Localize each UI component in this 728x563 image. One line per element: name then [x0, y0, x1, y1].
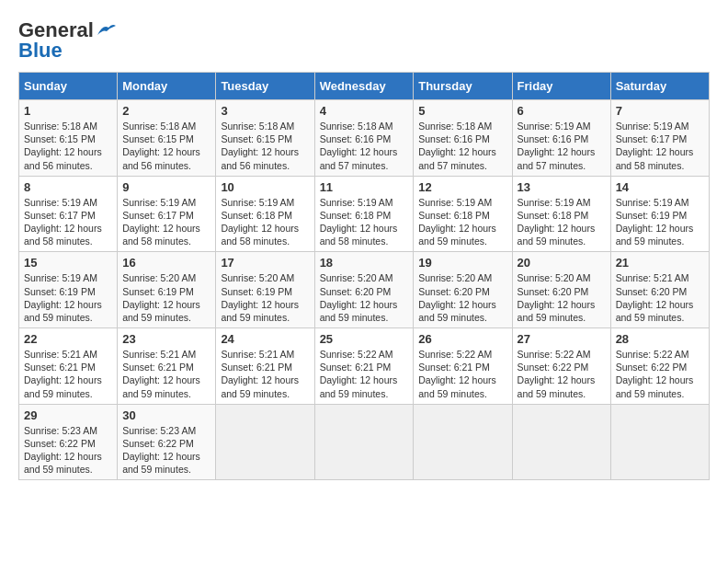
day-number: 25 [320, 332, 409, 346]
sunrise-label: Sunrise: 5:20 AM [518, 272, 591, 283]
sunset-label: Sunset: 6:17 PM [122, 210, 194, 221]
sunset-label: Sunset: 6:15 PM [221, 133, 292, 144]
calendar-cell: 28 Sunrise: 5:22 AM Sunset: 6:22 PM Dayl… [610, 328, 709, 405]
sunrise-label: Sunrise: 5:21 AM [616, 272, 689, 283]
weekday-header-row: SundayMondayTuesdayWednesdayThursdayFrid… [19, 73, 710, 100]
calendar-cell: 18 Sunrise: 5:20 AM Sunset: 6:20 PM Dayl… [314, 252, 414, 328]
sunset-label: Sunset: 6:21 PM [24, 362, 96, 373]
day-info: Sunrise: 5:22 AM Sunset: 6:21 PM Dayligh… [320, 348, 409, 400]
day-number: 24 [221, 332, 309, 346]
day-info: Sunrise: 5:20 AM Sunset: 6:20 PM Dayligh… [418, 271, 506, 324]
calendar-cell [512, 404, 610, 480]
sunset-label: Sunset: 6:22 PM [24, 438, 96, 449]
logo-blue: Blue [18, 39, 63, 63]
calendar-cell: 14 Sunrise: 5:19 AM Sunset: 6:19 PM Dayl… [610, 176, 709, 252]
calendar-week-row: 29 Sunrise: 5:23 AM Sunset: 6:22 PM Dayl… [19, 404, 710, 480]
calendar-cell: 15 Sunrise: 5:19 AM Sunset: 6:19 PM Dayl… [19, 252, 118, 328]
calendar-cell: 10 Sunrise: 5:19 AM Sunset: 6:18 PM Dayl… [216, 176, 314, 252]
day-number: 1 [24, 104, 112, 118]
logo-bird-icon [96, 22, 116, 39]
sunset-label: Sunset: 6:17 PM [616, 133, 688, 144]
daylight-label: Daylight: 12 hours and 57 minutes. [418, 146, 496, 170]
day-info: Sunrise: 5:18 AM Sunset: 6:15 PM Dayligh… [221, 120, 309, 172]
sunrise-label: Sunrise: 5:18 AM [221, 121, 294, 132]
daylight-label: Daylight: 12 hours and 57 minutes. [320, 146, 398, 170]
sunset-label: Sunset: 6:15 PM [24, 133, 96, 144]
day-number: 7 [616, 104, 704, 118]
day-number: 30 [122, 408, 210, 422]
daylight-label: Daylight: 12 hours and 58 minutes. [122, 223, 200, 247]
daylight-label: Daylight: 12 hours and 59 minutes. [418, 374, 496, 398]
day-info: Sunrise: 5:22 AM Sunset: 6:22 PM Dayligh… [518, 348, 606, 400]
daylight-label: Daylight: 12 hours and 58 minutes. [24, 223, 102, 247]
sunset-label: Sunset: 6:18 PM [418, 210, 490, 221]
day-number: 2 [122, 104, 210, 118]
daylight-label: Daylight: 12 hours and 58 minutes. [616, 146, 694, 170]
sunset-label: Sunset: 6:19 PM [122, 286, 194, 297]
daylight-label: Daylight: 12 hours and 59 minutes. [122, 451, 200, 475]
day-info: Sunrise: 5:22 AM Sunset: 6:21 PM Dayligh… [418, 348, 506, 400]
day-number: 27 [518, 332, 606, 346]
calendar-week-row: 1 Sunrise: 5:18 AM Sunset: 6:15 PM Dayli… [19, 100, 710, 177]
sunset-label: Sunset: 6:20 PM [518, 286, 589, 297]
day-number: 11 [320, 180, 409, 194]
daylight-label: Daylight: 12 hours and 56 minutes. [24, 146, 102, 170]
calendar-cell: 2 Sunrise: 5:18 AM Sunset: 6:15 PM Dayli… [118, 100, 216, 177]
calendar-cell [216, 404, 314, 480]
daylight-label: Daylight: 12 hours and 56 minutes. [122, 146, 200, 170]
calendar-cell [314, 404, 414, 480]
weekday-header-tuesday: Tuesday [216, 73, 314, 100]
calendar-cell: 23 Sunrise: 5:21 AM Sunset: 6:21 PM Dayl… [118, 328, 216, 405]
calendar-cell: 30 Sunrise: 5:23 AM Sunset: 6:22 PM Dayl… [118, 404, 216, 480]
calendar-cell: 26 Sunrise: 5:22 AM Sunset: 6:21 PM Dayl… [414, 328, 512, 405]
calendar-cell: 9 Sunrise: 5:19 AM Sunset: 6:17 PM Dayli… [118, 176, 216, 252]
sunset-label: Sunset: 6:18 PM [221, 210, 292, 221]
day-info: Sunrise: 5:19 AM Sunset: 6:18 PM Dayligh… [518, 196, 606, 248]
sunrise-label: Sunrise: 5:22 AM [616, 349, 689, 360]
weekday-header-sunday: Sunday [19, 73, 118, 100]
sunset-label: Sunset: 6:20 PM [418, 286, 490, 297]
sunrise-label: Sunrise: 5:19 AM [221, 197, 294, 208]
day-info: Sunrise: 5:22 AM Sunset: 6:22 PM Dayligh… [616, 348, 704, 400]
daylight-label: Daylight: 12 hours and 56 minutes. [221, 146, 299, 170]
daylight-label: Daylight: 12 hours and 58 minutes. [320, 223, 398, 247]
daylight-label: Daylight: 12 hours and 59 minutes. [518, 223, 596, 247]
sunrise-label: Sunrise: 5:19 AM [122, 197, 196, 208]
sunset-label: Sunset: 6:22 PM [122, 438, 194, 449]
day-number: 5 [418, 104, 506, 118]
sunset-label: Sunset: 6:19 PM [616, 210, 688, 221]
calendar-cell: 19 Sunrise: 5:20 AM Sunset: 6:20 PM Dayl… [414, 252, 512, 328]
calendar-cell: 7 Sunrise: 5:19 AM Sunset: 6:17 PM Dayli… [610, 100, 709, 177]
calendar-cell: 6 Sunrise: 5:19 AM Sunset: 6:16 PM Dayli… [512, 100, 610, 177]
sunrise-label: Sunrise: 5:18 AM [320, 121, 393, 132]
sunset-label: Sunset: 6:17 PM [24, 210, 96, 221]
day-info: Sunrise: 5:20 AM Sunset: 6:20 PM Dayligh… [518, 271, 606, 324]
day-number: 13 [518, 180, 606, 194]
day-info: Sunrise: 5:20 AM Sunset: 6:19 PM Dayligh… [122, 271, 210, 324]
day-number: 14 [616, 180, 704, 194]
page-header: General Blue [18, 18, 710, 63]
daylight-label: Daylight: 12 hours and 59 minutes. [518, 299, 596, 323]
day-info: Sunrise: 5:21 AM Sunset: 6:21 PM Dayligh… [24, 348, 112, 400]
sunrise-label: Sunrise: 5:18 AM [122, 121, 196, 132]
calendar-cell: 16 Sunrise: 5:20 AM Sunset: 6:19 PM Dayl… [118, 252, 216, 328]
sunrise-label: Sunrise: 5:23 AM [24, 425, 97, 436]
daylight-label: Daylight: 12 hours and 57 minutes. [518, 146, 596, 170]
calendar-cell: 22 Sunrise: 5:21 AM Sunset: 6:21 PM Dayl… [19, 328, 118, 405]
calendar-cell: 17 Sunrise: 5:20 AM Sunset: 6:19 PM Dayl… [216, 252, 314, 328]
daylight-label: Daylight: 12 hours and 59 minutes. [24, 451, 102, 475]
day-info: Sunrise: 5:21 AM Sunset: 6:20 PM Dayligh… [616, 271, 704, 324]
sunset-label: Sunset: 6:18 PM [320, 210, 392, 221]
calendar-cell: 24 Sunrise: 5:21 AM Sunset: 6:21 PM Dayl… [216, 328, 314, 405]
daylight-label: Daylight: 12 hours and 59 minutes. [616, 299, 694, 323]
calendar-cell: 8 Sunrise: 5:19 AM Sunset: 6:17 PM Dayli… [19, 176, 118, 252]
weekday-header-monday: Monday [118, 73, 216, 100]
day-info: Sunrise: 5:19 AM Sunset: 6:19 PM Dayligh… [616, 196, 704, 248]
day-info: Sunrise: 5:21 AM Sunset: 6:21 PM Dayligh… [221, 348, 309, 400]
day-number: 22 [24, 332, 112, 346]
sunset-label: Sunset: 6:16 PM [518, 133, 589, 144]
day-number: 29 [24, 408, 112, 422]
sunrise-label: Sunrise: 5:22 AM [320, 349, 393, 360]
day-info: Sunrise: 5:18 AM Sunset: 6:15 PM Dayligh… [24, 120, 112, 172]
sunset-label: Sunset: 6:22 PM [518, 362, 589, 373]
